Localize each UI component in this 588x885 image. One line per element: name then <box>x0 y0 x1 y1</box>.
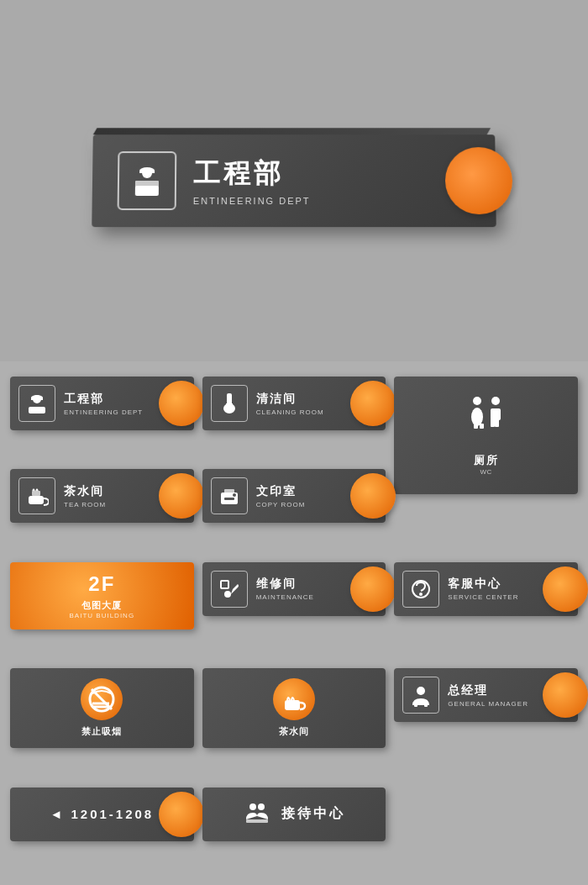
svg-rect-36 <box>414 702 417 707</box>
sign-tearoom: 茶水间 TEA ROOM <box>10 469 194 523</box>
hero-sign: 工程部 ENTINEERING DEPT <box>92 134 496 227</box>
svg-point-25 <box>233 493 236 497</box>
svg-rect-24 <box>224 498 234 500</box>
svg-point-38 <box>249 803 256 810</box>
engineering-icon <box>18 385 55 422</box>
svg-rect-37 <box>424 702 428 707</box>
svg-point-29 <box>419 593 423 596</box>
svg-point-12 <box>473 397 481 405</box>
cleaning-circle <box>350 381 396 426</box>
copyroom-circle <box>350 473 396 519</box>
svg-point-14 <box>491 397 500 405</box>
tearoom-circle <box>159 473 204 519</box>
maintenance-circle <box>350 566 396 612</box>
gm-circle <box>543 672 588 718</box>
svg-point-39 <box>258 803 265 810</box>
svg-point-27 <box>224 591 231 598</box>
svg-rect-11 <box>226 403 233 407</box>
svg-rect-20 <box>29 496 44 504</box>
sign-cleaning: 清洁间 CLEANING ROOM <box>202 377 386 430</box>
nosmoking-icon <box>81 678 123 720</box>
svg-point-35 <box>417 687 425 695</box>
sign-engineering: 工程部 ENTINEERING DEPT <box>10 377 194 430</box>
hero-orange-circle <box>445 147 513 214</box>
sign-gm: 总经理 GENERAL MANAGER <box>394 668 578 722</box>
maintenance-icon <box>211 571 248 608</box>
gm-icon <box>402 677 439 714</box>
svg-rect-16 <box>491 419 495 427</box>
reception-icon <box>243 801 271 828</box>
svg-rect-4 <box>139 171 155 173</box>
building-name-cn: 包图大厦 <box>81 599 122 612</box>
restroom-icon <box>465 395 507 429</box>
signs-grid: 工程部 ENTINEERING DEPT 清洁间 CLEANING ROOM <box>0 361 588 885</box>
direction-circle <box>159 792 204 837</box>
svg-rect-19 <box>480 424 484 429</box>
direction-text: ◄ 1201-1208 <box>50 807 154 821</box>
svg-rect-2 <box>135 181 159 187</box>
building-name-en: BAITU BUILDING <box>70 612 135 619</box>
tearoom2-icon <box>273 678 315 720</box>
svg-point-13 <box>471 408 483 426</box>
hero-section: 工程部 ENTINEERING DEPT <box>0 0 588 361</box>
sign-tearoom2: 茶水间 <box>202 668 386 748</box>
svg-rect-23 <box>224 489 234 494</box>
sign-maintenance: 维修间 MAINTENANCE <box>202 562 386 616</box>
sign-service: 客服中心 SERVICE CENTER <box>394 562 578 616</box>
restroom-main: 厕所 <box>474 453 499 468</box>
nosmoking-main: 禁止吸烟 <box>81 725 122 738</box>
svg-rect-15 <box>491 408 501 420</box>
copyroom-icon <box>211 477 248 514</box>
engineering-circle <box>159 381 204 426</box>
reception-main: 接待中心 <box>281 805 345 823</box>
service-icon <box>402 571 439 608</box>
sign-direction: ◄ 1201-1208 <box>10 788 194 841</box>
2f-main: 2F <box>88 572 115 596</box>
sign-nosmoking: 禁止吸烟 <box>10 668 194 748</box>
svg-rect-21 <box>32 491 40 496</box>
svg-rect-17 <box>495 419 499 427</box>
svg-rect-8 <box>31 398 43 400</box>
svg-rect-18 <box>474 424 478 429</box>
svg-rect-34 <box>285 700 300 710</box>
tearoom-icon <box>18 477 55 514</box>
sign-2f: 2F 包图大厦 BAITU BUILDING <box>10 562 194 630</box>
restroom-sub: WC <box>474 468 499 476</box>
sign-reception: 接待中心 <box>202 788 386 841</box>
tearoom2-main: 茶水间 <box>279 725 309 738</box>
cleaning-icon <box>211 385 248 422</box>
service-circle <box>543 566 588 612</box>
svg-rect-6 <box>29 407 45 414</box>
hero-sign-icon <box>118 151 177 210</box>
svg-rect-40 <box>246 819 268 823</box>
svg-rect-26 <box>221 581 228 588</box>
svg-rect-9 <box>227 393 232 405</box>
sign-restroom: 厕所 WC <box>394 377 578 494</box>
sign-copyroom: 文印室 COPY ROOM <box>202 469 386 523</box>
